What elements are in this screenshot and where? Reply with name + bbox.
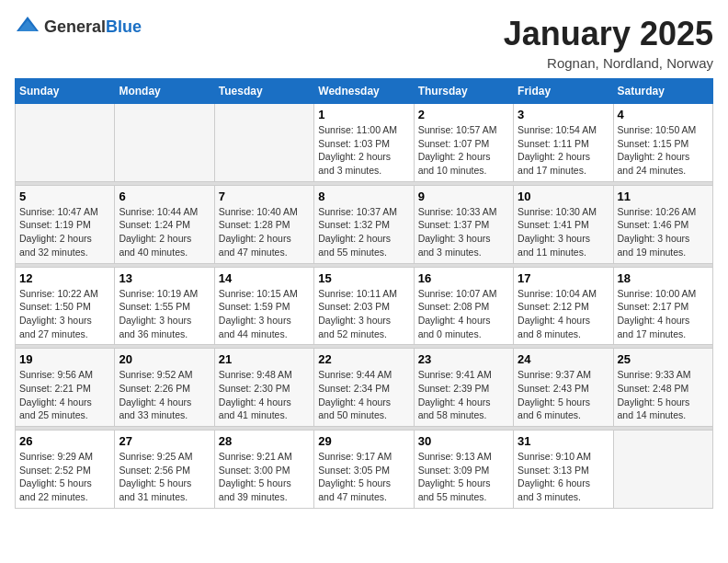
calendar-day: 18Sunrise: 10:00 AM Sunset: 2:17 PM Dayl… (613, 267, 712, 345)
day-number: 2 (418, 108, 509, 121)
calendar-day: 15Sunrise: 10:11 AM Sunset: 2:03 PM Dayl… (314, 267, 414, 345)
day-info: Sunrise: 10:33 AM Sunset: 1:37 PM Daylig… (418, 205, 509, 259)
calendar-day: 7Sunrise: 10:40 AM Sunset: 1:28 PM Dayli… (214, 185, 313, 263)
header-tuesday: Tuesday (214, 79, 313, 104)
day-number: 4 (618, 108, 709, 121)
day-number: 14 (219, 271, 310, 285)
day-number: 8 (318, 190, 409, 203)
day-info: Sunrise: 9:25 AM Sunset: 2:56 PM Dayligh… (119, 450, 210, 504)
header-thursday: Thursday (414, 79, 513, 104)
calendar-day (613, 431, 712, 509)
calendar-day: 17Sunrise: 10:04 AM Sunset: 2:12 PM Dayl… (514, 267, 613, 345)
day-number: 15 (318, 271, 409, 285)
calendar-day: 31Sunrise: 9:10 AM Sunset: 3:13 PM Dayli… (514, 431, 613, 509)
calendar-day: 26Sunrise: 9:29 AM Sunset: 2:52 PM Dayli… (16, 431, 115, 509)
day-info: Sunrise: 10:19 AM Sunset: 1:55 PM Daylig… (119, 287, 210, 341)
page-header: GeneralBlue January 2025 Rognan, Nordlan… (15, 15, 713, 71)
logo: GeneralBlue (15, 15, 142, 39)
day-number: 31 (518, 434, 609, 448)
day-info: Sunrise: 10:50 AM Sunset: 1:15 PM Daylig… (618, 123, 709, 178)
day-number: 24 (518, 352, 609, 366)
day-info: Sunrise: 10:47 AM Sunset: 1:19 PM Daylig… (19, 205, 110, 259)
calendar-day: 2Sunrise: 10:57 AM Sunset: 1:07 PM Dayli… (414, 104, 513, 182)
day-info: Sunrise: 10:04 AM Sunset: 2:12 PM Daylig… (518, 287, 609, 341)
calendar-day: 8Sunrise: 10:37 AM Sunset: 1:32 PM Dayli… (314, 185, 414, 263)
calendar-day (214, 104, 313, 182)
day-info: Sunrise: 10:37 AM Sunset: 1:32 PM Daylig… (318, 205, 409, 259)
day-number: 20 (119, 352, 210, 366)
header-saturday: Saturday (613, 79, 712, 104)
calendar-day: 9Sunrise: 10:33 AM Sunset: 1:37 PM Dayli… (414, 185, 513, 263)
day-info: Sunrise: 9:37 AM Sunset: 2:43 PM Dayligh… (518, 368, 609, 422)
calendar-day (115, 104, 214, 182)
day-info: Sunrise: 10:07 AM Sunset: 2:08 PM Daylig… (418, 287, 509, 341)
day-number: 16 (418, 271, 509, 285)
day-number: 21 (219, 352, 310, 366)
calendar-day: 25Sunrise: 9:33 AM Sunset: 2:48 PM Dayli… (613, 349, 712, 427)
day-info: Sunrise: 10:11 AM Sunset: 2:03 PM Daylig… (318, 287, 409, 341)
header-friday: Friday (514, 79, 613, 104)
day-number: 1 (318, 108, 409, 121)
calendar-day: 5Sunrise: 10:47 AM Sunset: 1:19 PM Dayli… (16, 185, 115, 263)
day-info: Sunrise: 9:52 AM Sunset: 2:26 PM Dayligh… (119, 368, 210, 422)
calendar-day: 21Sunrise: 9:48 AM Sunset: 2:30 PM Dayli… (214, 349, 313, 427)
day-number: 25 (618, 352, 709, 366)
day-info: Sunrise: 11:00 AM Sunset: 1:03 PM Daylig… (318, 123, 409, 178)
day-number: 5 (19, 190, 110, 203)
calendar-day: 27Sunrise: 9:25 AM Sunset: 2:56 PM Dayli… (115, 431, 214, 509)
title-section: January 2025 Rognan, Nordland, Norway (504, 15, 713, 71)
day-number: 27 (119, 434, 210, 448)
header-sunday: Sunday (16, 79, 115, 104)
day-number: 19 (19, 352, 110, 366)
calendar-day (16, 104, 115, 182)
day-info: Sunrise: 9:48 AM Sunset: 2:30 PM Dayligh… (219, 368, 310, 422)
calendar-day: 4Sunrise: 10:50 AM Sunset: 1:15 PM Dayli… (613, 104, 712, 182)
day-info: Sunrise: 10:22 AM Sunset: 1:50 PM Daylig… (19, 287, 110, 341)
calendar-week-row: 12Sunrise: 10:22 AM Sunset: 1:50 PM Dayl… (16, 267, 713, 345)
calendar-day: 13Sunrise: 10:19 AM Sunset: 1:55 PM Dayl… (115, 267, 214, 345)
day-info: Sunrise: 10:57 AM Sunset: 1:07 PM Daylig… (418, 123, 509, 178)
calendar-week-row: 19Sunrise: 9:56 AM Sunset: 2:21 PM Dayli… (16, 349, 713, 427)
day-number: 13 (119, 271, 210, 285)
logo-general: General (44, 17, 106, 36)
header-monday: Monday (115, 79, 214, 104)
calendar-table: SundayMondayTuesdayWednesdayThursdayFrid… (15, 78, 713, 509)
calendar-day: 6Sunrise: 10:44 AM Sunset: 1:24 PM Dayli… (115, 185, 214, 263)
calendar-day: 20Sunrise: 9:52 AM Sunset: 2:26 PM Dayli… (115, 349, 214, 427)
day-number: 23 (418, 352, 509, 366)
calendar-day: 19Sunrise: 9:56 AM Sunset: 2:21 PM Dayli… (16, 349, 115, 427)
day-info: Sunrise: 9:41 AM Sunset: 2:39 PM Dayligh… (418, 368, 509, 422)
day-number: 22 (318, 352, 409, 366)
calendar-day: 10Sunrise: 10:30 AM Sunset: 1:41 PM Dayl… (514, 185, 613, 263)
day-info: Sunrise: 10:00 AM Sunset: 2:17 PM Daylig… (618, 287, 709, 341)
logo-icon (15, 15, 40, 39)
calendar-week-row: 26Sunrise: 9:29 AM Sunset: 2:52 PM Dayli… (16, 431, 713, 509)
day-info: Sunrise: 9:44 AM Sunset: 2:34 PM Dayligh… (318, 368, 409, 422)
day-info: Sunrise: 9:10 AM Sunset: 3:13 PM Dayligh… (518, 450, 609, 504)
month-title: January 2025 (504, 15, 713, 53)
day-info: Sunrise: 10:15 AM Sunset: 1:59 PM Daylig… (219, 287, 310, 341)
calendar-day: 12Sunrise: 10:22 AM Sunset: 1:50 PM Dayl… (16, 267, 115, 345)
calendar-day: 30Sunrise: 9:13 AM Sunset: 3:09 PM Dayli… (414, 431, 513, 509)
calendar-header-row: SundayMondayTuesdayWednesdayThursdayFrid… (16, 79, 713, 104)
header-wednesday: Wednesday (314, 79, 414, 104)
day-info: Sunrise: 9:33 AM Sunset: 2:48 PM Dayligh… (618, 368, 709, 422)
day-info: Sunrise: 9:17 AM Sunset: 3:05 PM Dayligh… (318, 450, 409, 504)
day-info: Sunrise: 9:13 AM Sunset: 3:09 PM Dayligh… (418, 450, 509, 504)
day-info: Sunrise: 10:54 AM Sunset: 1:11 PM Daylig… (518, 123, 609, 178)
logo-blue: Blue (106, 17, 142, 36)
day-number: 11 (618, 190, 709, 203)
calendar-day: 28Sunrise: 9:21 AM Sunset: 3:00 PM Dayli… (214, 431, 313, 509)
day-info: Sunrise: 9:29 AM Sunset: 2:52 PM Dayligh… (19, 450, 110, 504)
subtitle: Rognan, Nordland, Norway (504, 55, 713, 71)
day-info: Sunrise: 10:44 AM Sunset: 1:24 PM Daylig… (119, 205, 210, 259)
day-number: 26 (19, 434, 110, 448)
calendar-day: 23Sunrise: 9:41 AM Sunset: 2:39 PM Dayli… (414, 349, 513, 427)
calendar-day: 1Sunrise: 11:00 AM Sunset: 1:03 PM Dayli… (314, 104, 414, 182)
day-number: 28 (219, 434, 310, 448)
day-info: Sunrise: 10:40 AM Sunset: 1:28 PM Daylig… (219, 205, 310, 259)
day-info: Sunrise: 9:56 AM Sunset: 2:21 PM Dayligh… (19, 368, 110, 422)
calendar-week-row: 1Sunrise: 11:00 AM Sunset: 1:03 PM Dayli… (16, 104, 713, 182)
day-number: 9 (418, 190, 509, 203)
day-number: 17 (518, 271, 609, 285)
